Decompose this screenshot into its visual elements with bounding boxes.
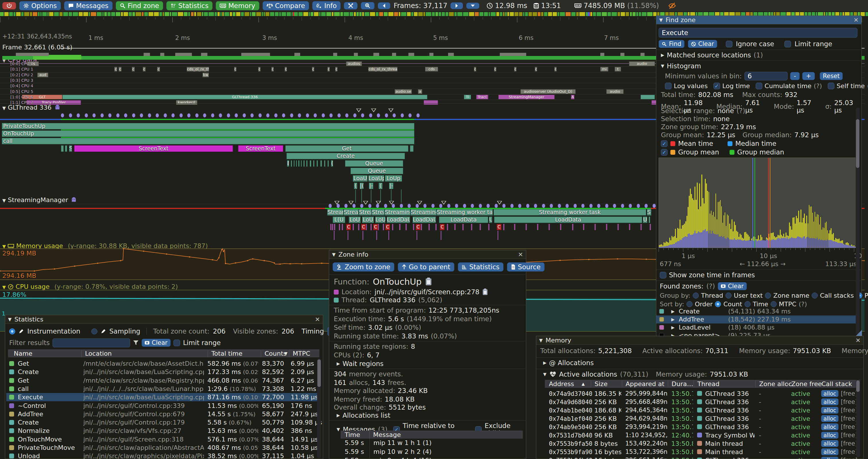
sample-dot[interactable] xyxy=(345,113,348,118)
sample-dot[interactable] xyxy=(164,113,167,118)
alloc-button[interactable]: alloc xyxy=(821,440,838,447)
sample-dot[interactable] xyxy=(352,204,355,208)
sample-dot[interactable] xyxy=(219,113,222,118)
sample-dot[interactable] xyxy=(534,204,537,208)
eye-crossed-icon[interactable] xyxy=(668,1,676,10)
sample-dot[interactable] xyxy=(243,113,246,118)
groupby-radio-user-text[interactable] xyxy=(725,293,732,299)
crash-marker[interactable]: C xyxy=(361,224,366,230)
cpu-zone-segment[interactable]: A xyxy=(571,95,575,99)
crash-marker[interactable]: C xyxy=(385,224,390,230)
cpu-zone-segment[interactable]: aud xyxy=(37,73,48,77)
gl-zone[interactable]: ScreenText xyxy=(74,145,233,152)
found-zone-row[interactable]: ▶LoadLevel(18) 406.88 µs xyxy=(656,324,857,332)
zone-thread[interactable]: GLThread 336 xyxy=(370,296,415,304)
sample-dot[interactable] xyxy=(290,113,293,118)
sample-dot[interactable] xyxy=(235,113,238,118)
sample-dot[interactable] xyxy=(132,113,135,118)
sample-dot[interactable] xyxy=(502,204,505,208)
sample-dot[interactable] xyxy=(314,113,317,118)
cpu-zone-segment[interactable]: Trac( xyxy=(476,95,488,99)
sample-dot[interactable] xyxy=(156,113,159,118)
found-clear-button[interactable]: Clear xyxy=(718,282,747,290)
table-row[interactable]: Executejni/../jni/src/claw/base/LuaScrip… xyxy=(6,393,317,401)
sample-dot[interactable] xyxy=(100,113,104,118)
time-histogram[interactable] xyxy=(659,158,857,248)
cpu-zone-segment[interactable]: cds_ol_rx_thr xyxy=(187,67,209,71)
sample-dot[interactable] xyxy=(274,113,277,118)
cpu-zone-segment[interactable]: c xyxy=(234,67,237,71)
gl-zone[interactable] xyxy=(324,160,326,167)
cumulate-time-checkbox[interactable] xyxy=(756,83,762,89)
next-frame-button[interactable] xyxy=(451,2,463,9)
frame-menu-button[interactable] xyxy=(466,3,479,9)
sample-dot[interactable] xyxy=(392,204,395,208)
sample-dot[interactable] xyxy=(172,113,175,118)
gl-zone[interactable]: Get xyxy=(285,145,408,152)
gl-zone[interactable]: Queue xyxy=(345,160,403,167)
sample-dot[interactable] xyxy=(227,113,230,118)
cpu-zone-segment[interactable]: c xyxy=(514,67,517,71)
gl-zone[interactable] xyxy=(298,160,300,167)
sample-dot[interactable] xyxy=(637,204,640,208)
statistics-scrollbar[interactable] xyxy=(317,358,321,458)
sortby-radio-count[interactable] xyxy=(715,301,721,307)
close-icon[interactable]: ✕ xyxy=(854,17,859,24)
frame-label[interactable]: Frame 32,661 (6.05 s) xyxy=(2,44,72,51)
streaming-zone[interactable]: LoadDaU xyxy=(386,217,410,223)
streaming-zone[interactable]: L(U xyxy=(333,217,345,223)
gl-zone[interactable]: E xyxy=(287,160,289,167)
bin-minus-button[interactable]: - xyxy=(790,72,800,80)
crash-marker[interactable]: C xyxy=(373,224,378,230)
close-icon[interactable]: ✕ xyxy=(518,251,523,258)
sample-dot[interactable] xyxy=(266,113,270,118)
sample-dot[interactable] xyxy=(338,113,341,118)
crash-marker[interactable]: C xyxy=(415,224,421,230)
find-zone-scrollbar[interactable] xyxy=(856,108,860,334)
sample-dot[interactable] xyxy=(574,204,577,208)
cpu-zone-segment[interactable]: c xyxy=(143,67,146,71)
crash-marker[interactable]: C xyxy=(497,224,501,230)
cpu-zone-segment[interactable]: cds xyxy=(425,67,438,71)
sample-dot[interactable] xyxy=(195,113,198,118)
sample-dot[interactable] xyxy=(250,113,254,118)
streaming-zone[interactable]: LoU xyxy=(349,217,361,223)
message-row[interactable]: 5.59 smip 10 w 2 h 2 (4) xyxy=(341,448,523,456)
gl-zone[interactable]: ( xyxy=(354,183,357,189)
gl-zone[interactable]: call xyxy=(2,138,414,144)
sample-dot[interactable] xyxy=(384,204,387,208)
sample-dot[interactable] xyxy=(479,204,482,208)
cpu-zone-segment[interactable]: c xyxy=(132,67,135,71)
streaming-zone[interactable]: Streaming worker tas xyxy=(437,209,493,216)
cpu-zone-segment[interactable]: c xyxy=(474,67,476,71)
sample-dot[interactable] xyxy=(306,113,309,118)
alloc-button[interactable]: alloc xyxy=(821,423,838,430)
allocation-row[interactable]: 0x7553b9fbf016 bytes296,661,146ns13:50.7… xyxy=(545,456,860,459)
log-time-checkbox[interactable]: ✓ xyxy=(713,83,720,89)
table-row[interactable]: calljni/../jni/../../../src/claw/base/Lu… xyxy=(6,385,317,393)
gl-zone[interactable] xyxy=(65,145,67,152)
cpu-zone-segment[interactable]: audio.se xyxy=(395,89,412,94)
streaming-zone[interactable]: St xyxy=(647,209,651,216)
sample-dot[interactable] xyxy=(140,113,143,118)
gl-zone[interactable] xyxy=(291,160,292,167)
gl-zone[interactable] xyxy=(301,160,302,167)
info-button[interactable]: Info xyxy=(312,1,341,10)
log-values-checkbox[interactable] xyxy=(665,83,672,89)
allocations-list-expander[interactable]: ▶Allocations list xyxy=(337,412,390,419)
streaming-zone[interactable]: U xyxy=(489,217,492,223)
sample-dot[interactable] xyxy=(518,204,521,208)
zoom-to-zone-button[interactable]: Zoom to zone xyxy=(333,262,394,271)
zone-marker-triangle[interactable] xyxy=(497,201,502,205)
sample-dot[interactable] xyxy=(408,204,411,208)
sample-dot[interactable] xyxy=(621,204,624,208)
sample-dot[interactable] xyxy=(605,204,608,208)
sample-dot[interactable] xyxy=(376,204,379,208)
table-row[interactable]: OnTouchMovejni/../jni/src/guif/Screen.cp… xyxy=(6,435,317,444)
sample-dot[interactable] xyxy=(298,113,301,118)
mean-time-checkbox[interactable]: ✓ xyxy=(661,140,668,147)
sample-dot[interactable] xyxy=(385,113,388,118)
cpu-zone-segment[interactable]: GLThread 336 xyxy=(62,95,427,99)
table-row[interactable]: Get/mnt/e/claw/src/claw/base/AssetDict.h… xyxy=(6,359,317,368)
table-row[interactable]: AddTreejni/../jni/src/guif/Control.cpp:6… xyxy=(6,410,317,418)
